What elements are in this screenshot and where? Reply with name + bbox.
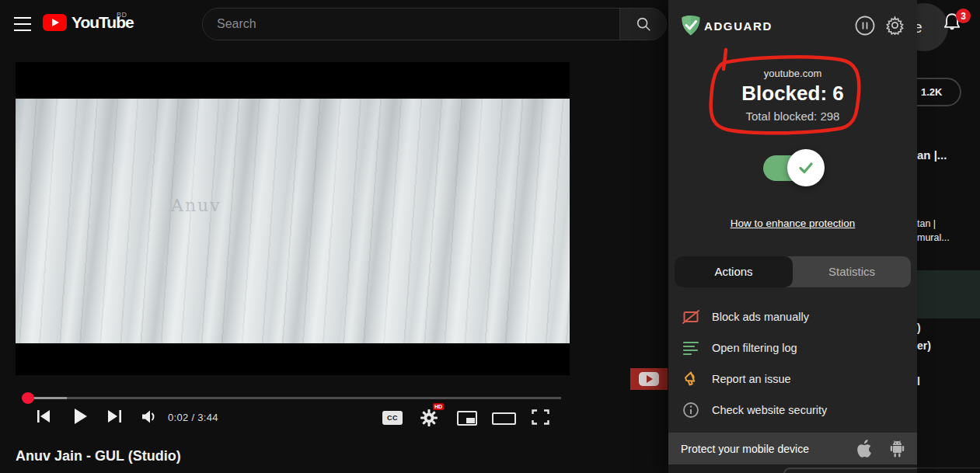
sidebar-text-fragment-3: l bbox=[917, 375, 920, 388]
fullscreen-button[interactable] bbox=[532, 409, 549, 425]
scrubber-dot[interactable] bbox=[22, 392, 34, 404]
android-icon[interactable] bbox=[889, 440, 905, 458]
mobile-protect-banner[interactable]: Protect your mobile device bbox=[668, 433, 917, 464]
block-ads-icon bbox=[682, 309, 699, 325]
sidebar-separator bbox=[917, 468, 980, 468]
search-input[interactable] bbox=[203, 9, 619, 40]
sidebar-text-fragment-1: ) bbox=[917, 322, 921, 334]
action-label: Open filtering log bbox=[712, 342, 797, 354]
search-bar bbox=[202, 8, 667, 40]
apple-icon[interactable] bbox=[857, 440, 874, 458]
settings-gear-icon[interactable] bbox=[420, 409, 438, 426]
next-button[interactable] bbox=[107, 409, 122, 423]
adguard-brand-name: ADGUARD bbox=[704, 19, 772, 33]
sidebar-meta-fragment-2: mural... bbox=[917, 232, 950, 243]
menu-icon[interactable] bbox=[14, 17, 31, 31]
video-watermark: Anuv bbox=[171, 196, 221, 215]
check-icon bbox=[796, 158, 816, 178]
tab-actions[interactable]: Actions bbox=[675, 256, 793, 287]
youtube-watermark-play-icon bbox=[639, 372, 659, 386]
search-button[interactable] bbox=[619, 9, 666, 40]
like-count: 1.2K bbox=[921, 86, 942, 98]
search-icon bbox=[635, 16, 652, 33]
video-frame: Anuv bbox=[16, 99, 570, 343]
info-icon bbox=[682, 402, 699, 419]
subtitles-button[interactable]: CC bbox=[382, 411, 403, 425]
sidebar-meta-fragment-1: tan | bbox=[917, 218, 936, 229]
youtube-watermark-logo[interactable] bbox=[630, 368, 668, 390]
filter-lines-icon bbox=[682, 340, 699, 356]
progress-bar[interactable] bbox=[30, 397, 561, 399]
theater-mode-button[interactable] bbox=[492, 412, 516, 425]
tab-statistics[interactable]: Statistics bbox=[793, 256, 911, 287]
action-report-issue[interactable]: Report an issue bbox=[668, 363, 917, 395]
notification-badge: 3 bbox=[956, 9, 971, 23]
popup-subfooter bbox=[668, 464, 917, 473]
current-site: youtube.com bbox=[668, 68, 917, 79]
total-blocked: Total blocked: 298 bbox=[668, 110, 917, 123]
buffer-bar bbox=[30, 397, 67, 399]
notifications-button[interactable]: 3 bbox=[942, 12, 962, 37]
miniplayer-button[interactable] bbox=[457, 411, 477, 426]
video-title: Anuv Jain - GUL (Studio) bbox=[16, 448, 181, 464]
action-label: Check website security bbox=[712, 404, 827, 416]
action-block-ads[interactable]: Block ads manually bbox=[668, 301, 917, 332]
tab-bar: Actions Statistics bbox=[675, 256, 911, 287]
enhance-protection-link[interactable]: How to enhance protection bbox=[668, 217, 917, 229]
action-check-security[interactable]: Check website security bbox=[668, 395, 917, 426]
previous-button[interactable] bbox=[37, 409, 51, 423]
time-display: 0:02 / 3:44 bbox=[168, 412, 218, 423]
hd-quality-badge: HD bbox=[433, 403, 444, 410]
blocked-count: Blocked: 6 bbox=[668, 82, 917, 106]
adguard-shield-icon bbox=[679, 14, 703, 37]
action-label: Report an issue bbox=[712, 373, 791, 385]
video-player[interactable]: Anuv bbox=[16, 62, 570, 375]
play-button[interactable] bbox=[74, 409, 87, 424]
country-code: BD bbox=[117, 11, 127, 19]
action-label: Block ads manually bbox=[712, 311, 809, 323]
adguard-header: ADGUARD bbox=[668, 0, 917, 48]
mobile-protect-label: Protect your mobile device bbox=[681, 443, 809, 455]
pause-protection-icon[interactable] bbox=[855, 16, 875, 36]
partial-pill-outline bbox=[783, 468, 917, 473]
adguard-popup: ADGUARD youtube.com Blocked: 6 Total blo… bbox=[668, 0, 917, 473]
adguard-settings-icon[interactable] bbox=[885, 16, 905, 35]
sidebar-highlighted-row[interactable] bbox=[917, 270, 980, 318]
megaphone-icon bbox=[682, 370, 699, 388]
youtube-play-icon bbox=[43, 14, 67, 31]
action-filtering-log[interactable]: Open filtering log bbox=[668, 332, 917, 363]
protection-toggle-knob[interactable] bbox=[787, 149, 825, 186]
volume-icon[interactable] bbox=[141, 409, 158, 424]
sidebar-title-fragment: an |... bbox=[917, 148, 947, 162]
sidebar-text-fragment-2: er) bbox=[917, 339, 931, 352]
